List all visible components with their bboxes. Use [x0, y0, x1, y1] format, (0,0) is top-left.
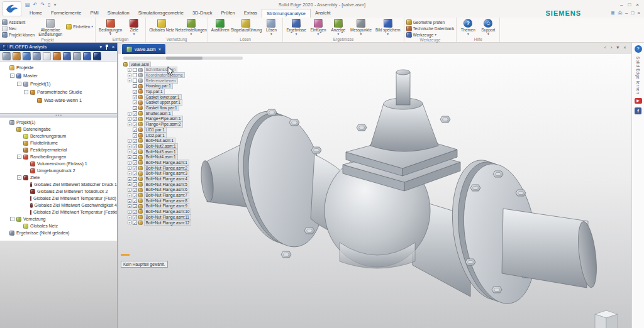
- tree-item-globales-ziel-mittelwert-tempe[interactable]: Globales Ziel Mittelwert Temperatur (Fes…: [2, 209, 117, 216]
- checkbox-checked[interactable]: ✓: [133, 106, 137, 111]
- close-icon[interactable]: ×: [636, 2, 639, 8]
- tab-close-icon[interactable]: ×: [623, 45, 626, 50]
- tree-expander-icon[interactable]: +: [128, 194, 131, 197]
- table-icon[interactable]: [73, 52, 81, 60]
- tab-formelemente[interactable]: Formelemente: [47, 9, 86, 18]
- tree-expander-icon[interactable]: -: [10, 74, 14, 78]
- floefd-panel-header[interactable]: FLOEFD Analysis ▾ ×: [0, 43, 117, 51]
- database-icon[interactable]: [53, 52, 61, 60]
- tab-pmi[interactable]: PMI: [86, 9, 103, 18]
- model-canvas[interactable]: valve.asm +Schnittansichten+Koordinatens…: [118, 54, 631, 328]
- stapelausf-hrung-button[interactable]: Stapelausführung: [231, 18, 260, 33]
- checkbox-checked[interactable]: ✓: [133, 128, 137, 132]
- tree-item-master[interactable]: -Master: [2, 72, 117, 80]
- clone-project-icon[interactable]: [13, 52, 21, 60]
- checkbox-checked[interactable]: ✓: [133, 188, 137, 192]
- checkbox-checked[interactable]: ✓: [133, 90, 137, 94]
- results-icon[interactable]: [63, 52, 71, 60]
- neu-button[interactable]: Neu: [2, 26, 35, 31]
- tree-item-dateneingabe[interactable]: Dateneingabe: [2, 126, 117, 133]
- solid-edge-logo-icon[interactable]: [3, 1, 21, 16]
- tree-item-umgebungsdruck-2[interactable]: Umgebungsdruck 2: [2, 167, 117, 174]
- tree-item-vernetzung[interactable]: -Vernetzung: [2, 216, 117, 222]
- tree-expander-icon[interactable]: -: [17, 155, 21, 159]
- pathfinder-part-row[interactable]: ✓LID1.par:1: [123, 127, 243, 133]
- tree-expander-icon[interactable]: +: [128, 199, 131, 203]
- pathfinder-part-row[interactable]: +✓Bolt+Nut Flange.asm:12: [123, 220, 243, 226]
- info-icon[interactable]: [43, 52, 51, 60]
- checkbox-checked[interactable]: ✓: [133, 210, 137, 214]
- tree-item-projekte[interactable]: Projekte: [2, 63, 117, 72]
- tree-expander-icon[interactable]: +: [128, 155, 131, 159]
- tree-expander-icon[interactable]: +: [128, 221, 131, 224]
- panel-close-icon[interactable]: ×: [112, 45, 114, 49]
- pathfinder-part-row[interactable]: ✓Gasket flow.par:1: [123, 106, 243, 111]
- checkbox-checked[interactable]: ✓: [133, 160, 137, 165]
- tree-expander-icon[interactable]: +: [128, 204, 131, 208]
- tree-expander-icon[interactable]: +: [128, 112, 131, 116]
- checkbox-checked[interactable]: ✓: [133, 84, 137, 89]
- tree-item-ziele[interactable]: -Ziele: [2, 174, 117, 181]
- tree-expander-icon[interactable]: +: [128, 68, 131, 72]
- globales-netz-button[interactable]: Globales Netz: [148, 18, 175, 33]
- document-tab-close-icon[interactable]: ×: [158, 46, 161, 52]
- geometrie-pr-fen-button[interactable]: Geometrie prüfen: [406, 19, 455, 25]
- tab-list-icon[interactable]: ▾: [616, 45, 619, 50]
- checkbox-checked[interactable]: ✓: [133, 172, 137, 176]
- print-icon[interactable]: ⎙: [618, 10, 622, 16]
- panel-pin-icon[interactable]: [105, 45, 109, 50]
- support-button[interactable]: ☺Support▾: [479, 18, 497, 36]
- pathfinder-root-row[interactable]: valve.asm: [123, 62, 243, 67]
- pathfinder-part-row[interactable]: +✓Bolt+Nut3.asm:1: [123, 149, 243, 155]
- ausf-hren-button[interactable]: Ausführen: [210, 18, 231, 33]
- doc-restore-icon[interactable]: □: [631, 10, 634, 16]
- ergebnisse-button[interactable]: Ergebnisse▾: [285, 18, 308, 36]
- pathfinder-part-row[interactable]: +✓Flange+Pipe.asm:2: [123, 122, 243, 128]
- pathfinder-part-row[interactable]: ✓Housing.par:1: [123, 84, 243, 89]
- ziele-button[interactable]: Ziele▾: [125, 18, 143, 36]
- tab-extras[interactable]: Extras: [240, 9, 262, 18]
- pathfinder-part-row[interactable]: ✓Top.par:1: [123, 89, 243, 94]
- help-circle-icon[interactable]: ?: [635, 45, 642, 53]
- view-layout-icon[interactable]: ≣: [611, 10, 615, 16]
- checkbox-checked[interactable]: ✓: [133, 177, 137, 182]
- checkbox-checked[interactable]: ✓: [133, 215, 137, 219]
- tree-expander-icon[interactable]: +: [128, 150, 131, 153]
- tree-item-parametrische-studie[interactable]: -Parametrische Studie: [2, 88, 117, 96]
- bild-speichern-button[interactable]: Bild speichern▾: [374, 18, 402, 36]
- tree-item-globales-netz[interactable]: Globales Netz: [2, 222, 117, 229]
- tree-expander-icon[interactable]: +: [128, 123, 131, 126]
- minimize-icon[interactable]: –: [620, 2, 623, 8]
- tree-item-globales-ziel-mittelwert-gesch[interactable]: Globales Ziel Mittelwert Geschwindigkeit…: [2, 202, 117, 209]
- messpunkte-button[interactable]: Messpunkte▾: [349, 18, 373, 36]
- anzeige-button[interactable]: Anzeige▾: [329, 18, 348, 36]
- tree-item-volumenstrom-einlass-1[interactable]: Volumenstrom (Einlass) 1: [2, 160, 117, 167]
- checkbox-checked[interactable]: ✓: [133, 199, 137, 203]
- tab-ansicht[interactable]: Ansicht: [311, 9, 335, 18]
- bedingungen-button[interactable]: Bedingungen▾: [97, 18, 123, 36]
- tree-expander-icon[interactable]: +: [128, 210, 131, 214]
- tree-expander-icon[interactable]: +: [128, 145, 131, 148]
- technische-datenbank-button[interactable]: Technische Datenbank: [406, 26, 455, 31]
- checkbox-checked[interactable]: ✓: [133, 95, 137, 99]
- web-help-icon[interactable]: [83, 52, 91, 60]
- tree-expander-icon[interactable]: -: [10, 217, 14, 221]
- checkbox-checked[interactable]: ✓: [133, 123, 137, 127]
- tree-expander-icon[interactable]: +: [128, 172, 131, 175]
- tree-expander-icon[interactable]: -: [17, 175, 21, 180]
- checkbox-checked[interactable]: ✓: [133, 166, 137, 170]
- tree-item-globales-ziel-mittelwert-tempe[interactable]: Globales Ziel Mittelwert Temperatur (Flu…: [2, 195, 117, 202]
- l-sen-button[interactable]: Lösen▾: [262, 18, 280, 36]
- tree-expander-icon[interactable]: +: [128, 216, 131, 219]
- floefd-logo-icon[interactable]: [93, 52, 101, 60]
- tab-str-mungsanalyse[interactable]: Strömungsanalyse: [262, 9, 311, 18]
- tree-expander-icon[interactable]: +: [128, 188, 131, 192]
- checkbox-checked[interactable]: ✓: [133, 150, 137, 154]
- checkbox-checked[interactable]: ✓: [133, 101, 137, 105]
- tree-expander-icon[interactable]: -: [24, 90, 28, 94]
- tree-item-berechnungsraum[interactable]: Berechnungsraum: [2, 133, 117, 139]
- youtube-icon[interactable]: ▶: [635, 98, 642, 104]
- pathfinder-part-row[interactable]: ✓Gasket lower.par:1: [123, 94, 243, 100]
- tree-item-randbedingungen[interactable]: -Randbedingungen: [2, 153, 117, 160]
- tree-expander-icon[interactable]: +: [128, 182, 131, 186]
